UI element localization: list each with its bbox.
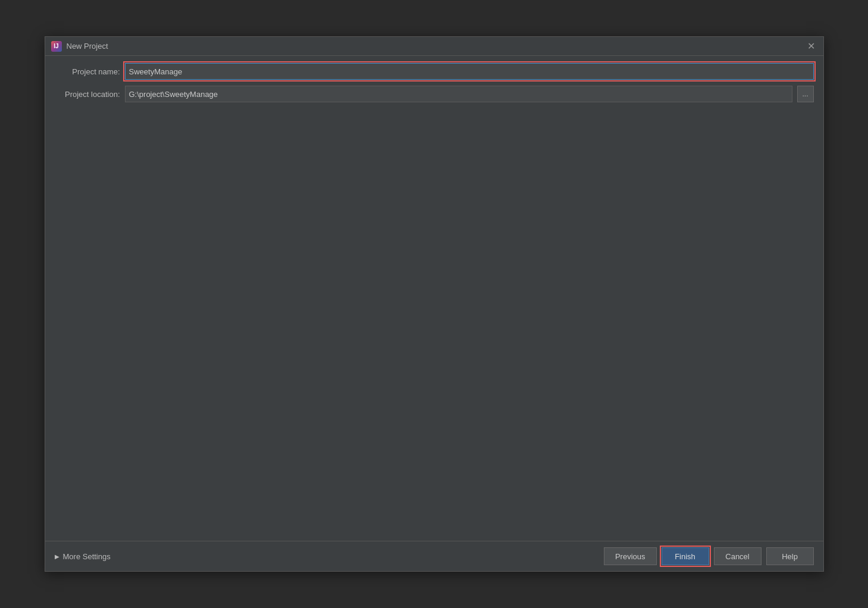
more-settings-toggle[interactable]: ▶ More Settings [55,552,111,561]
dialog-footer: ▶ More Settings Previous Finish Cancel H… [45,541,823,571]
help-button[interactable]: Help [766,547,814,565]
ellipsis-icon: ... [802,90,808,98]
dialog-title: New Project [67,42,108,51]
close-icon: ✕ [807,40,815,52]
finish-button-wrapper: Finish [662,547,709,565]
more-settings-label: More Settings [63,552,111,561]
browse-button[interactable]: ... [797,86,814,102]
title-bar: IJ New Project ✕ [45,37,823,56]
dialog-body: Project name: Project location: ... [45,56,823,541]
close-button[interactable]: ✕ [806,40,817,52]
title-bar-left: IJ New Project [51,41,108,52]
project-name-input[interactable] [125,63,814,80]
project-name-label: Project name: [55,67,120,76]
finish-button[interactable]: Finish [662,547,709,565]
content-area [55,108,814,534]
project-location-label: Project location: [55,90,120,99]
app-icon: IJ [51,41,62,52]
cancel-button[interactable]: Cancel [714,547,762,565]
new-project-dialog: IJ New Project ✕ Project name: Project l… [45,36,824,572]
project-name-wrapper [125,63,814,80]
footer-buttons: Previous Finish Cancel Help [604,547,814,565]
chevron-right-icon: ▶ [55,553,59,560]
project-location-input[interactable] [125,86,792,102]
previous-button[interactable]: Previous [604,547,657,565]
project-name-row: Project name: [55,63,814,80]
project-location-row: Project location: ... [55,86,814,102]
